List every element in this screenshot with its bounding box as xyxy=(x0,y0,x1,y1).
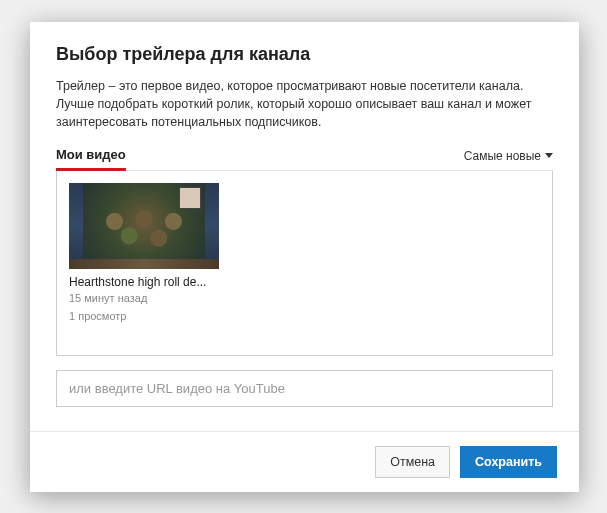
save-button[interactable]: Сохранить xyxy=(460,446,557,478)
video-thumbnail xyxy=(69,183,219,269)
chevron-down-icon xyxy=(545,153,553,158)
video-list[interactable]: Hearthstone high roll de... 15 минут наз… xyxy=(56,171,553,356)
save-button-label: Сохранить xyxy=(475,455,542,469)
sort-label: Самые новые xyxy=(464,149,541,163)
video-views: 1 просмотр xyxy=(69,309,219,324)
tab-row: Мои видео Самые новые xyxy=(56,147,553,171)
dialog-content: Выбор трейлера для канала Трейлер – это … xyxy=(30,22,579,431)
video-card[interactable]: Hearthstone high roll de... 15 минут наз… xyxy=(69,183,219,343)
video-title: Hearthstone high roll de... xyxy=(69,275,219,289)
video-uploaded: 15 минут назад xyxy=(69,291,219,306)
sort-dropdown[interactable]: Самые новые xyxy=(464,149,553,169)
channel-trailer-dialog: Выбор трейлера для канала Трейлер – это … xyxy=(30,22,579,492)
video-url-input[interactable] xyxy=(56,370,553,407)
dialog-description: Трейлер – это первое видео, которое прос… xyxy=(56,77,553,131)
cancel-button[interactable]: Отмена xyxy=(375,446,450,478)
dialog-title: Выбор трейлера для канала xyxy=(56,44,553,65)
dialog-footer: Отмена Сохранить xyxy=(30,431,579,492)
tab-my-videos[interactable]: Мои видео xyxy=(56,147,126,170)
cancel-button-label: Отмена xyxy=(390,455,435,469)
tab-my-videos-label: Мои видео xyxy=(56,147,126,162)
